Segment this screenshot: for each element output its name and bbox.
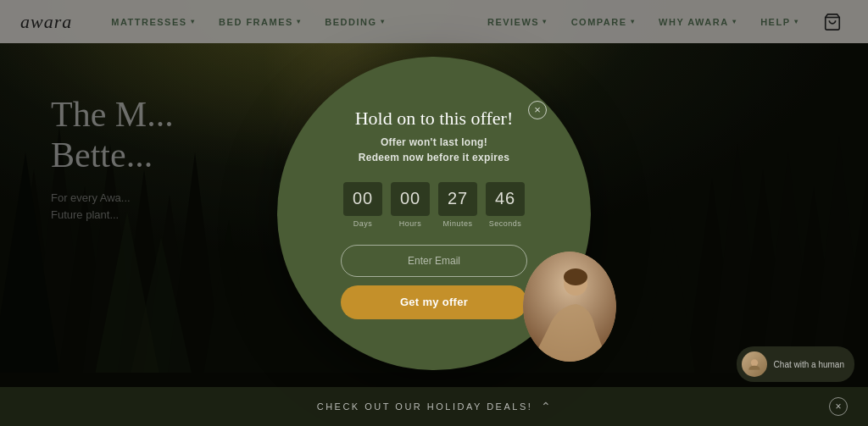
days-label: Days — [353, 219, 373, 228]
seconds-label: Seconds — [489, 219, 522, 228]
hours-label: Hours — [399, 219, 422, 228]
minutes-label: Minutes — [442, 219, 472, 228]
svg-point-26 — [564, 268, 587, 285]
minutes-value: 27 — [438, 182, 477, 216]
bottom-banner: CHECK OUT OUR HOLIDAY DEALS! ⌃ × — [0, 387, 868, 426]
days-value: 00 — [343, 182, 382, 216]
countdown-hours: 00 Hours — [391, 182, 430, 228]
countdown-seconds: 46 Seconds — [486, 182, 525, 228]
countdown-minutes: 27 Minutes — [438, 182, 477, 228]
chat-avatar — [742, 351, 767, 377]
chat-label: Chat with a human — [774, 360, 844, 369]
modal-dialog: × Hold on to this offer! Offer won't las… — [277, 57, 591, 370]
email-input[interactable] — [341, 245, 527, 277]
person-silhouette — [523, 252, 616, 362]
hours-value: 00 — [391, 182, 430, 216]
get-offer-button[interactable]: Get my offer — [341, 285, 527, 319]
modal-title: Hold on to this offer! — [355, 108, 514, 130]
countdown-days: 00 Days — [343, 182, 382, 228]
banner-text: CHECK OUT OUR HOLIDAY DEALS! — [317, 401, 533, 412]
seconds-value: 46 — [486, 182, 525, 216]
modal-subtitle: Offer won't last long! Redeem now before… — [359, 135, 509, 165]
banner-close-button[interactable]: × — [829, 397, 848, 416]
banner-chevron-icon: ⌃ — [541, 400, 551, 414]
person-image — [523, 252, 616, 362]
svg-point-27 — [750, 359, 757, 366]
countdown: 00 Days 00 Hours 27 Minutes 46 Seconds — [343, 182, 525, 228]
close-button[interactable]: × — [528, 101, 547, 119]
chat-widget[interactable]: Chat with a human — [737, 346, 854, 382]
